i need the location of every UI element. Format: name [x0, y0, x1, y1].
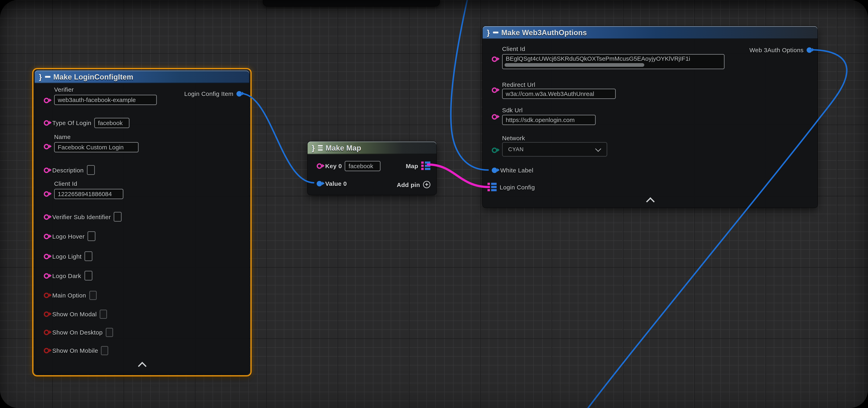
- show-on-mobile-checkbox[interactable]: [101, 346, 108, 355]
- client-id-input[interactable]: 1222658941886084: [54, 189, 123, 199]
- input-pin-sdk-url[interactable]: [492, 114, 497, 120]
- input-pin-value-0[interactable]: [317, 181, 322, 186]
- input-pin-client-id[interactable]: [492, 56, 497, 62]
- field-redirect-url: Redirect Url w3a://com.w3a.Web3AuthUnrea…: [502, 81, 616, 99]
- input-pin-verifier-sub-identifier[interactable]: [44, 214, 49, 219]
- pin-row-map-out: Map: [406, 160, 430, 171]
- logo-light-input[interactable]: [85, 251, 93, 261]
- redirect-url-input[interactable]: w3a://com.w3a.Web3AuthUnreal: [502, 89, 616, 99]
- field-sdk-url: Sdk Url https://sdk.openlogin.com: [502, 107, 596, 125]
- field-label: Key 0: [325, 163, 342, 169]
- partial-node-top[interactable]: [263, 0, 439, 6]
- input-pin-show-on-modal[interactable]: [44, 311, 49, 317]
- field-label: Logo Dark: [52, 272, 81, 279]
- collapse-chevron-icon[interactable]: [646, 197, 654, 206]
- pin-row-value-0: Value 0: [317, 178, 347, 189]
- field-label: Show On Modal: [52, 311, 97, 317]
- node-header[interactable]: } Make Web3AuthOptions: [483, 26, 817, 39]
- input-pin-logo-light[interactable]: [44, 253, 49, 259]
- node-make-login-config-item[interactable]: } Make LoginConfigItem Login Config Item…: [35, 70, 249, 374]
- input-pin-show-on-mobile[interactable]: [44, 348, 49, 353]
- field-label: Login Config: [500, 184, 535, 191]
- main-option-checkbox[interactable]: [89, 291, 96, 300]
- graph-canvas[interactable]: } Make LoginConfigItem Login Config Item…: [0, 0, 868, 408]
- pin-row-show-on-desktop: Show On Desktop: [44, 327, 113, 338]
- make-map-icon-lines: [318, 145, 322, 150]
- chevron-down-icon: [595, 145, 601, 151]
- field-label: Sdk Url: [502, 107, 596, 113]
- add-pin-button[interactable]: Add pin +: [397, 179, 430, 190]
- field-client-id: Client Id BEglQSgt4cUWcj6SKRdu5QkOXTsePm…: [502, 45, 724, 69]
- pin-row-key-0: Key 0 facebook: [317, 160, 381, 171]
- input-pin-verifier[interactable]: [44, 98, 49, 103]
- input-pin-network[interactable]: [492, 147, 497, 153]
- wire-login-config-item-to-value0[interactable]: [241, 94, 314, 183]
- field-label: Value 0: [325, 180, 347, 187]
- collapse-chevron-icon[interactable]: [137, 362, 146, 370]
- add-pin-icon: +: [423, 181, 430, 188]
- input-pin-login-config[interactable]: [488, 183, 497, 191]
- node-title: Make Map: [326, 144, 361, 152]
- input-pin-main-option[interactable]: [44, 293, 49, 298]
- blueprint-editor: } Make LoginConfigItem Login Config Item…: [0, 0, 868, 408]
- input-pin-logo-dark[interactable]: [44, 273, 49, 278]
- input-pin-white-label[interactable]: [492, 167, 497, 173]
- output-pin-login-config-item[interactable]: [237, 91, 242, 96]
- input-pin-description[interactable]: [44, 167, 49, 173]
- input-pin-name[interactable]: [44, 144, 49, 149]
- pin-label: Web 3Auth Options: [749, 46, 804, 53]
- field-label: White Label: [500, 167, 533, 173]
- type-of-login-input[interactable]: facebook: [94, 117, 130, 128]
- input-pin-key-0[interactable]: [317, 163, 322, 169]
- key-0-input[interactable]: facebook: [345, 161, 381, 171]
- verifier-input[interactable]: web3auth-facebook-example: [54, 95, 157, 105]
- field-label: Show On Desktop: [52, 329, 103, 336]
- make-struct-icon-bar: [493, 32, 498, 33]
- field-network: Network CYAN: [502, 135, 607, 157]
- node-make-web3auth-options[interactable]: } Make Web3AuthOptions Web 3Auth Options…: [483, 26, 817, 208]
- output-pin-map[interactable]: [421, 162, 430, 170]
- field-label: Client Id: [54, 180, 123, 187]
- input-pin-type-of-login[interactable]: [44, 120, 49, 126]
- field-label: Type Of Login: [52, 120, 91, 126]
- input-pin-logo-hover[interactable]: [44, 234, 49, 239]
- field-label: Logo Hover: [52, 233, 85, 240]
- network-dropdown[interactable]: CYAN: [502, 142, 607, 157]
- description-input[interactable]: [87, 165, 95, 175]
- field-label: Main Option: [52, 292, 86, 299]
- field-verifier: Verifier web3auth-facebook-example: [54, 86, 157, 105]
- node-header[interactable]: } Make Map: [308, 141, 436, 154]
- input-pin-redirect-url[interactable]: [492, 87, 497, 93]
- logo-hover-input[interactable]: [88, 231, 96, 241]
- logo-dark-input[interactable]: [84, 271, 92, 280]
- pin-label: Map: [406, 163, 418, 169]
- name-input[interactable]: Facebook Custom Login: [54, 142, 138, 152]
- client-id-value: BEglQSgt4cUWcj6SKRdu5QkOXTsePmMcusG5EAoy…: [506, 55, 690, 62]
- verifier-sub-identifier-input[interactable]: [114, 212, 122, 222]
- pin-row-logo-dark: Logo Dark: [44, 270, 92, 281]
- field-label: Logo Light: [52, 253, 82, 260]
- client-id-input[interactable]: BEglQSgt4cUWcj6SKRdu5QkOXTsePmMcusG5EAoy…: [502, 54, 724, 69]
- sdk-url-input[interactable]: https://sdk.openlogin.com: [502, 115, 596, 125]
- pin-row-logo-light: Logo Light: [44, 251, 93, 262]
- field-label: Verifier: [54, 86, 157, 93]
- field-label: Verifier Sub Identifier: [52, 213, 111, 220]
- pin-row-web3auth-options-out: Web 3Auth Options: [749, 44, 812, 55]
- field-name: Name Facebook Custom Login: [54, 134, 138, 152]
- pin-row-show-on-modal: Show On Modal: [44, 308, 107, 319]
- pin-row-type-of-login: Type Of Login facebook: [44, 117, 130, 128]
- make-struct-icon: }: [487, 29, 490, 36]
- pin-row-logo-hover: Logo Hover: [44, 231, 96, 242]
- field-label: Description: [52, 167, 84, 173]
- input-pin-client-id[interactable]: [44, 191, 49, 197]
- pin-row-white-label: White Label: [492, 165, 533, 175]
- pin-row-verifier-sub-identifier: Verifier Sub Identifier: [44, 211, 122, 222]
- node-make-map[interactable]: } Make Map Key 0 facebook Map Value 0: [308, 141, 436, 195]
- client-id-scrollbar[interactable]: [504, 63, 644, 67]
- output-pin-web3auth-options[interactable]: [807, 47, 812, 53]
- show-on-desktop-checkbox[interactable]: [106, 328, 113, 337]
- show-on-modal-checkbox[interactable]: [100, 309, 107, 318]
- wire-map-to-login-config[interactable]: [428, 165, 489, 187]
- node-header[interactable]: } Make LoginConfigItem: [35, 70, 249, 83]
- input-pin-show-on-desktop[interactable]: [44, 330, 49, 335]
